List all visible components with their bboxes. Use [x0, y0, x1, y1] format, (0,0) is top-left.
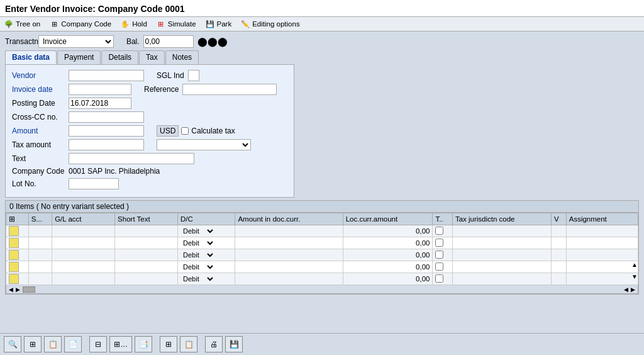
debit-select[interactable]: Debit	[180, 262, 215, 271]
loc-amount-cell: 0,00	[343, 249, 433, 261]
toolbar-company-code[interactable]: ⊞ Company Code	[49, 19, 111, 29]
col-amount-doc: Amount in doc.curr.	[235, 213, 343, 225]
simulate-icon: ⊞	[156, 19, 166, 29]
calculate-tax-checkbox[interactable]	[181, 127, 189, 135]
row-indicator	[9, 250, 19, 260]
scroll-right-arrow[interactable]: ▶	[16, 286, 20, 293]
reference-label: Reference	[144, 85, 179, 94]
col-tax-jurisdiction: Tax jurisdictn code	[452, 213, 551, 225]
traffic-lights: ⬤⬤⬤	[197, 37, 228, 47]
row-indicator	[9, 238, 19, 248]
bottom-toolbar: 🔍 ⊞ 📋 📄 ⊟ ⊞… 📑 ⊞ 📋 🖨 💾	[0, 333, 644, 355]
debit-select[interactable]: Debit	[180, 251, 215, 259]
col-loc-amount: Loc.curr.amount	[343, 213, 433, 225]
col-short-text: Short Text	[115, 213, 178, 225]
doc-button1[interactable]: ⊞	[24, 336, 42, 352]
posting-date-label: Posting Date	[12, 99, 69, 108]
debit-select[interactable]: Debit	[180, 274, 215, 283]
toolbar-editing-label: Editing options	[252, 20, 299, 28]
invoice-date-input[interactable]	[69, 84, 131, 95]
row-indicator	[9, 274, 19, 284]
col-dc: D/C	[178, 213, 235, 225]
toolbar-simulate[interactable]: ⊞ Simulate	[156, 19, 196, 29]
lot-no-label: Lot No.	[12, 179, 69, 188]
tree-icon: 🌳	[4, 19, 14, 29]
text-label: Text	[12, 154, 69, 163]
table-row: Debit 0,00	[6, 237, 638, 249]
col-gl-acct: G/L acct	[52, 213, 115, 225]
table-row: Debit 0,00	[6, 225, 638, 237]
toolbar-park[interactable]: 💾 Park	[205, 19, 232, 29]
horizontal-scrollbar[interactable]	[23, 286, 35, 293]
copy-button[interactable]: ⊞	[160, 336, 177, 352]
tab-notes[interactable]: Notes	[165, 50, 199, 64]
vendor-input[interactable]	[69, 70, 144, 81]
tab-details[interactable]: Details	[101, 50, 138, 64]
print-button[interactable]: 🖨	[205, 336, 223, 352]
amount-input[interactable]	[69, 125, 144, 137]
park-icon: 💾	[205, 19, 215, 29]
cross-cc-input[interactable]	[69, 111, 144, 123]
save-button[interactable]: 💾	[225, 336, 243, 352]
text-input[interactable]	[69, 153, 194, 164]
currency-label: USD	[157, 125, 179, 137]
col-s: S...	[28, 213, 52, 225]
scroll-left2-arrow[interactable]: ◀	[624, 286, 628, 293]
toolbar-hold-label: Hold	[132, 20, 147, 28]
table-row: Debit 0,00 ▲	[6, 261, 638, 273]
t-checkbox-3[interactable]	[435, 251, 443, 259]
col-t: T..	[433, 213, 452, 225]
company-code-value: 0001 SAP Inc. Philadelphia	[69, 167, 160, 176]
company-code-icon: ⊞	[49, 19, 59, 29]
bal-label: Bal.	[126, 37, 140, 46]
vendor-label: Vendor	[12, 71, 69, 80]
tax-amount-label: Tax amount	[12, 140, 69, 149]
col-checkbox: ⊞	[6, 213, 29, 225]
t-checkbox-5[interactable]	[435, 274, 443, 283]
toolbar-hold[interactable]: ✋ Hold	[120, 19, 147, 29]
tab-payment[interactable]: Payment	[57, 50, 101, 64]
items-section: 0 Items ( No entry variant selected ) ⊞ …	[5, 200, 639, 295]
toolbar-tree-label: Tree on	[16, 20, 40, 28]
debit-select[interactable]: Debit	[180, 227, 215, 235]
paste-button[interactable]: 📋	[180, 336, 197, 352]
tab-basic-data[interactable]: Basic data	[5, 50, 57, 64]
sgl-ind-label: SGL Ind	[157, 71, 184, 80]
row-indicator	[9, 262, 19, 272]
tab-tax[interactable]: Tax	[139, 50, 165, 64]
table-row: Debit 0,00 ▼	[6, 273, 638, 285]
bal-input[interactable]	[143, 35, 194, 48]
doc-button2[interactable]: 📋	[44, 336, 62, 352]
calculate-tax-label: Calculate tax	[191, 127, 235, 135]
toolbar-park-label: Park	[217, 20, 232, 28]
transaction-select[interactable]: Invoice	[38, 35, 114, 48]
debit-select[interactable]: Debit	[180, 239, 215, 247]
scroll-left-arrow[interactable]: ◀	[9, 286, 13, 293]
scroll-right2-arrow[interactable]: ▶	[631, 286, 635, 293]
row-indicator	[9, 226, 19, 236]
search-button[interactable]: 🔍	[4, 336, 21, 352]
tax-select[interactable]	[157, 139, 251, 150]
loc-amount-cell: 0,00	[343, 225, 433, 237]
posting-date-input[interactable]	[69, 98, 131, 109]
edit-button2[interactable]: ⊞…	[109, 336, 132, 352]
loc-amount-cell: 0,00	[343, 237, 433, 249]
table-row: Debit 0,00	[6, 249, 638, 261]
toolbar-editing-options[interactable]: ✏️ Editing options	[240, 19, 299, 29]
sgl-ind-box[interactable]	[188, 70, 199, 81]
hold-icon: ✋	[120, 19, 130, 29]
t-checkbox-4[interactable]	[435, 262, 443, 271]
edit-button1[interactable]: ⊟	[89, 336, 107, 352]
lot-no-input[interactable]	[69, 178, 119, 189]
doc-button3[interactable]: 📄	[64, 336, 82, 352]
reference-input[interactable]	[182, 84, 277, 95]
editing-options-icon: ✏️	[240, 19, 250, 29]
toolbar: 🌳 Tree on ⊞ Company Code ✋ Hold ⊞ Simula…	[0, 17, 644, 31]
tax-amount-input[interactable]	[69, 139, 144, 150]
toolbar-company-label: Company Code	[61, 20, 111, 28]
t-checkbox-2[interactable]	[435, 239, 443, 247]
edit-button3[interactable]: 📑	[135, 336, 152, 352]
items-header-bar: 0 Items ( No entry variant selected )	[5, 200, 639, 212]
t-checkbox-1[interactable]	[435, 227, 443, 235]
toolbar-tree-on[interactable]: 🌳 Tree on	[4, 19, 40, 29]
